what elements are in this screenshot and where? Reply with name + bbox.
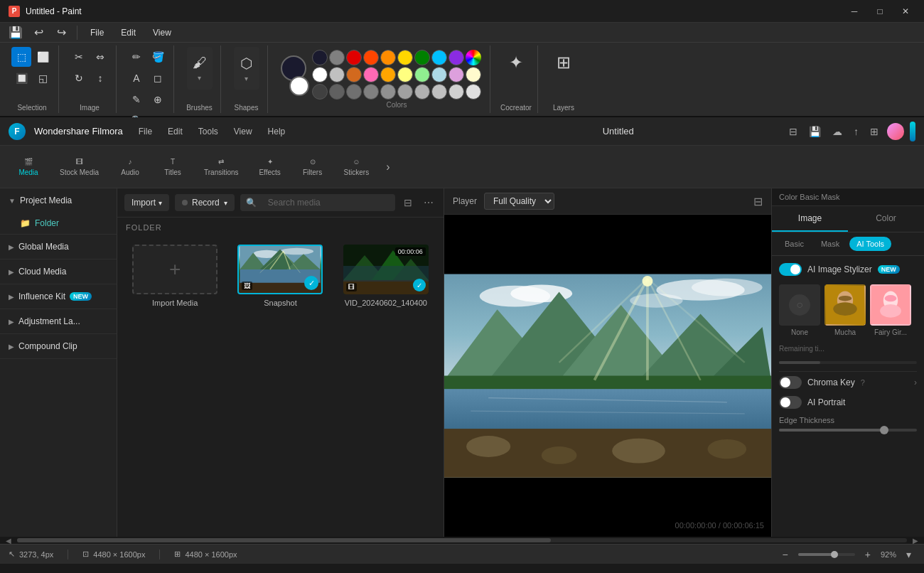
palette-color-4[interactable] bbox=[363, 50, 379, 65]
palette-color-21[interactable] bbox=[312, 84, 328, 100]
image-tab[interactable]: Image bbox=[772, 206, 848, 232]
more-options-button[interactable]: ⋯ bbox=[421, 194, 436, 211]
palette-color-20[interactable] bbox=[466, 67, 481, 82]
palette-color-24[interactable] bbox=[363, 84, 379, 100]
palette-color-add[interactable] bbox=[466, 50, 481, 65]
selection-tool-2[interactable]: ⬜ bbox=[33, 47, 53, 67]
crop-tool[interactable]: ✂ bbox=[69, 47, 89, 67]
snapshot-item[interactable]: ✓ 🖼 Snapshot bbox=[231, 245, 329, 307]
pencil-tool[interactable]: ✏ bbox=[127, 47, 146, 67]
palette-color-6[interactable] bbox=[397, 50, 413, 65]
selection-tool-4[interactable]: ◱ bbox=[33, 68, 53, 88]
palette-color-23[interactable] bbox=[346, 84, 362, 100]
selection-tool-3[interactable]: 🔲 bbox=[11, 68, 31, 88]
filmora-cloud-icon[interactable]: ☁ bbox=[829, 123, 845, 140]
media-tool-btn[interactable]: 🎬 Media bbox=[9, 154, 48, 181]
view-menu[interactable]: View bbox=[146, 25, 178, 41]
flip-tool[interactable]: ↕ bbox=[90, 68, 110, 88]
global-media-header[interactable]: ▶ Global Media bbox=[0, 235, 117, 259]
video-item[interactable]: 00:00:06 🎞 ✓ VID_20240602_140400 bbox=[337, 245, 435, 307]
shapes-dropdown-icon[interactable]: ▾ bbox=[245, 75, 248, 82]
highlight-tool[interactable]: ✎ bbox=[127, 90, 146, 109]
filmora-tools-menu[interactable]: Tools bbox=[191, 124, 225, 139]
adjustment-layer-header[interactable]: ▶ Adjustment La... bbox=[0, 309, 117, 333]
close-button[interactable]: ✕ bbox=[896, 4, 915, 18]
cloud-media-header[interactable]: ▶ Cloud Media bbox=[0, 259, 117, 284]
undo-button[interactable]: ↩ bbox=[28, 23, 48, 43]
effects-tool-btn[interactable]: ✦ Effects bbox=[250, 154, 290, 181]
palette-color-1[interactable] bbox=[312, 50, 328, 65]
edge-thickness-slider[interactable] bbox=[779, 429, 917, 432]
filmora-grid-icon[interactable]: ⊞ bbox=[867, 123, 881, 140]
palette-color-11[interactable] bbox=[312, 67, 328, 82]
text-tool[interactable]: A bbox=[127, 68, 146, 88]
filter-button[interactable]: ⊟ bbox=[401, 194, 415, 211]
none-style-thumb[interactable]: ○ None bbox=[779, 284, 820, 336]
audio-tool-btn[interactable]: ♪ Audio bbox=[110, 154, 150, 181]
eraser-tool[interactable]: ◻ bbox=[148, 68, 168, 88]
chroma-key-expand-icon[interactable]: › bbox=[914, 377, 917, 387]
palette-color-18[interactable] bbox=[431, 67, 447, 82]
filmora-file-menu[interactable]: File bbox=[131, 124, 159, 139]
mucha-style-thumb[interactable]: Mucha bbox=[824, 284, 866, 336]
more-tools-btn[interactable]: › bbox=[380, 158, 395, 176]
record-button[interactable]: Record ▾ bbox=[175, 194, 235, 211]
palette-color-12[interactable] bbox=[329, 67, 345, 82]
titles-tool-btn[interactable]: T Titles bbox=[153, 154, 193, 181]
palette-color-16[interactable] bbox=[397, 67, 413, 82]
ai-image-stylizer-toggle[interactable] bbox=[779, 263, 802, 276]
save-button[interactable]: 💾 bbox=[6, 23, 26, 43]
ai-tools-sub-tab[interactable]: AI Tools bbox=[849, 237, 891, 251]
maximize-button[interactable]: □ bbox=[870, 4, 890, 18]
filmora-avatar[interactable] bbox=[887, 123, 904, 140]
redo-button[interactable]: ↪ bbox=[51, 23, 71, 43]
screenshot-button[interactable]: ⊟ bbox=[753, 195, 763, 208]
filmora-edit-menu[interactable]: Edit bbox=[161, 124, 190, 139]
zoom-in-button[interactable]: + bbox=[861, 547, 875, 562]
color-tab[interactable]: Color bbox=[848, 206, 924, 232]
background-color[interactable] bbox=[289, 76, 309, 96]
palette-color-29[interactable] bbox=[448, 84, 464, 100]
palette-color-13[interactable] bbox=[346, 67, 362, 82]
color-picker-tool[interactable]: ⊕ bbox=[148, 90, 168, 109]
timeline-scrollbar[interactable] bbox=[17, 538, 907, 542]
chroma-key-help-icon[interactable]: ? bbox=[861, 378, 865, 387]
folder-item[interactable]: 📁 Folder bbox=[0, 213, 117, 234]
palette-color-14[interactable] bbox=[363, 67, 379, 82]
filters-tool-btn[interactable]: ⊙ Filters bbox=[293, 154, 333, 181]
palette-color-7[interactable] bbox=[414, 50, 430, 65]
palette-color-15[interactable] bbox=[380, 67, 396, 82]
influence-kit-header[interactable]: ▶ Influence Kit NEW bbox=[0, 284, 117, 309]
palette-color-30[interactable] bbox=[466, 84, 481, 100]
filmora-monitor-icon[interactable]: ⊟ bbox=[786, 123, 800, 140]
stock-media-tool-btn[interactable]: 🎞 Stock Media bbox=[51, 154, 107, 181]
palette-color-9[interactable] bbox=[448, 50, 464, 65]
palette-color-22[interactable] bbox=[329, 84, 345, 100]
resize-tool[interactable]: ⇔ bbox=[90, 47, 110, 67]
fill-tool[interactable]: 🪣 bbox=[148, 47, 168, 67]
palette-color-27[interactable] bbox=[414, 84, 430, 100]
zoom-dropdown-button[interactable]: ▾ bbox=[902, 547, 915, 562]
palette-color-19[interactable] bbox=[448, 67, 464, 82]
chroma-key-toggle[interactable] bbox=[779, 376, 802, 389]
filmora-share-icon[interactable]: ↑ bbox=[851, 123, 861, 140]
import-button[interactable]: Import ▾ bbox=[124, 194, 169, 211]
zoom-out-button[interactable]: − bbox=[778, 547, 793, 562]
file-menu[interactable]: File bbox=[83, 25, 111, 41]
palette-color-3[interactable] bbox=[346, 50, 362, 65]
basic-sub-tab[interactable]: Basic bbox=[778, 237, 811, 251]
project-media-header[interactable]: ▼ Project Media bbox=[0, 188, 117, 213]
filmora-view-menu[interactable]: View bbox=[227, 124, 259, 139]
zoom-slider[interactable] bbox=[798, 553, 855, 556]
brush-dropdown-icon[interactable]: ▾ bbox=[198, 74, 201, 82]
palette-color-5[interactable] bbox=[380, 50, 396, 65]
palette-color-28[interactable] bbox=[431, 84, 447, 100]
search-input[interactable] bbox=[261, 194, 390, 211]
transitions-tool-btn[interactable]: ⇄ Transitions bbox=[195, 154, 247, 181]
palette-color-17[interactable] bbox=[414, 67, 430, 82]
palette-color-25[interactable] bbox=[380, 84, 396, 100]
compound-clip-header[interactable]: ▶ Compound Clip bbox=[0, 334, 117, 358]
edit-menu[interactable]: Edit bbox=[114, 25, 143, 41]
mask-sub-tab[interactable]: Mask bbox=[814, 237, 847, 251]
ai-portrait-toggle[interactable] bbox=[779, 396, 802, 409]
